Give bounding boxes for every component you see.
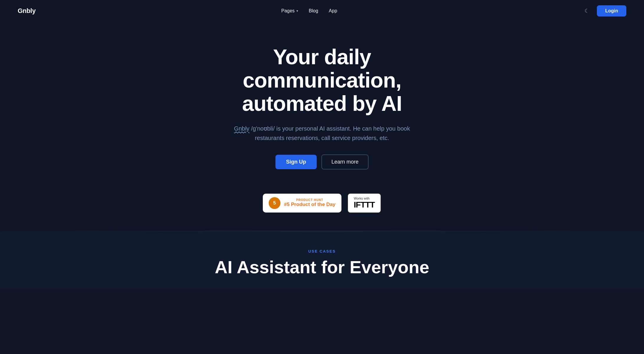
nav-app-link[interactable]: App: [329, 8, 337, 14]
producthunt-rank-icon: 5: [269, 197, 280, 209]
learn-more-button[interactable]: Learn more: [321, 154, 369, 169]
ifttt-text: Works with IFTTT: [354, 197, 375, 210]
nav-center: Pages ▾ Blog App: [281, 8, 337, 14]
nav-blog-link[interactable]: Blog: [309, 8, 318, 14]
hero-buttons: Sign Up Learn more: [275, 154, 369, 169]
nav-logo[interactable]: Gnbly: [18, 7, 36, 15]
badge-row: 5 PRODUCT HUNT #5 Product of the Day Wor…: [263, 193, 381, 213]
hero-pronunciation: /g'noʊbli/: [251, 125, 275, 132]
hero-subtitle-rest: is your personal AI assistant. He can he…: [255, 125, 410, 141]
producthunt-label: PRODUCT HUNT: [284, 198, 336, 202]
hero-title-line2: automated by AI: [242, 92, 402, 115]
login-button[interactable]: Login: [597, 5, 626, 17]
use-cases-label: USE CASES: [6, 249, 638, 253]
ifttt-logo: IFTTT: [354, 200, 375, 210]
nav-pages-dropdown[interactable]: Pages ▾: [281, 8, 298, 14]
dark-mode-toggle[interactable]: ☾: [583, 6, 591, 16]
chevron-down-icon: ▾: [296, 9, 298, 13]
ifttt-works-label: Works with: [354, 197, 370, 200]
ifttt-badge[interactable]: Works with IFTTT: [347, 193, 381, 213]
signup-button[interactable]: Sign Up: [275, 155, 317, 169]
use-cases-title: AI Assistant for Everyone: [6, 258, 638, 277]
producthunt-badge[interactable]: 5 PRODUCT HUNT #5 Product of the Day: [263, 194, 341, 213]
producthunt-title: #5 Product of the Day: [284, 202, 336, 208]
use-cases-section: USE CASES AI Assistant for Everyone: [0, 231, 644, 289]
hero-title-line1: Your daily communication,: [243, 45, 401, 92]
nav-right: ☾ Login: [583, 5, 626, 17]
navbar: Gnbly Pages ▾ Blog App ☾ Login: [0, 0, 644, 22]
hero-brand: Gnbly: [234, 125, 249, 132]
producthunt-rank: 5: [273, 200, 276, 206]
pages-label: Pages: [281, 8, 295, 14]
producthunt-content: PRODUCT HUNT #5 Product of the Day: [284, 198, 336, 208]
hero-section: Your daily communication, automated by A…: [0, 22, 644, 231]
hero-title: Your daily communication, automated by A…: [207, 45, 437, 116]
hero-subtitle: Gnbly /g'noʊbli/ is your personal AI ass…: [222, 124, 422, 143]
